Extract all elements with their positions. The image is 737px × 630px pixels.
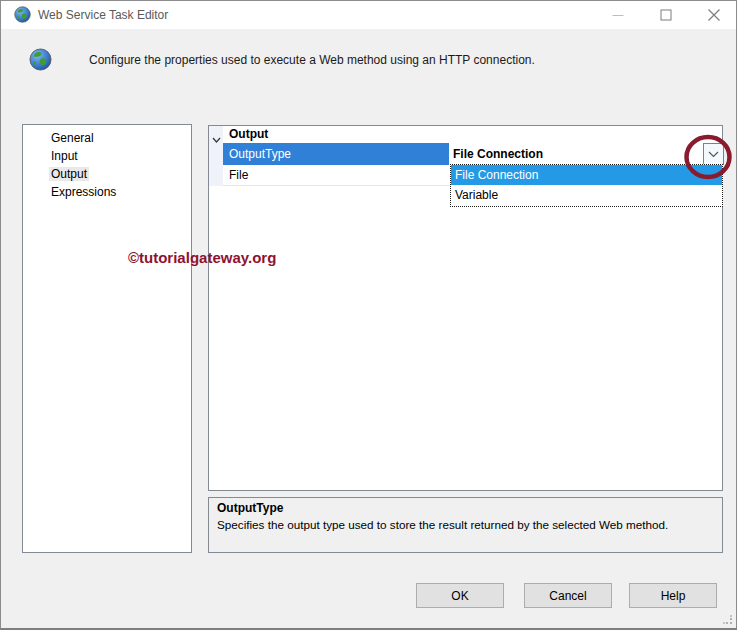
property-value[interactable]: File Connection	[449, 143, 722, 165]
chevron-down-icon	[708, 151, 719, 158]
property-name[interactable]: OutputType	[223, 143, 449, 165]
help-property-description: Specifies the output type used to store …	[217, 518, 714, 531]
sidebar-item-label: Output	[49, 167, 89, 181]
dropdown-option-variable[interactable]: Variable	[451, 185, 722, 205]
property-group-output[interactable]: Output	[209, 126, 722, 143]
resize-grip-icon[interactable]	[723, 615, 733, 625]
dropdown-list: File Connection Variable	[450, 164, 723, 207]
sidebar-item-expressions[interactable]: Expressions	[23, 183, 191, 201]
sidebar-item-input[interactable]: Input	[23, 147, 191, 165]
property-name[interactable]: File	[223, 165, 449, 185]
property-row-outputtype[interactable]: OutputType File Connection	[223, 143, 722, 165]
cancel-button[interactable]: Cancel	[524, 583, 612, 608]
chevron-down-icon[interactable]	[212, 130, 221, 148]
dialog-description: Configure the properties used to execute…	[89, 53, 535, 67]
titlebar: Web Service Task Editor	[1, 1, 736, 29]
dropdown-button[interactable]	[703, 143, 724, 165]
close-button[interactable]	[697, 1, 731, 29]
property-help-panel: OutputType Specifies the output type use…	[208, 497, 723, 553]
minimize-button[interactable]	[601, 1, 635, 29]
dropdown-option-file-connection[interactable]: File Connection	[451, 165, 722, 185]
sidebar-item-general[interactable]: General	[23, 129, 191, 147]
web-service-task-editor-dialog: Web Service Task Editor Configure the pr…	[0, 0, 737, 630]
watermark: ©tutorialgateway.org	[128, 249, 276, 266]
globe-icon	[29, 48, 52, 71]
window-title: Web Service Task Editor	[38, 1, 168, 29]
sidebar-item-label: Input	[49, 149, 80, 163]
group-label: Output	[229, 127, 268, 141]
globe-icon	[14, 6, 31, 23]
sidebar-item-label: General	[49, 131, 96, 145]
help-property-name: OutputType	[217, 501, 714, 515]
sidebar-item-output[interactable]: Output	[23, 165, 191, 183]
help-button[interactable]: Help	[629, 583, 717, 608]
sidebar-item-label: Expressions	[49, 185, 118, 199]
page-list: General Input Output Expressions	[22, 124, 192, 553]
maximize-button[interactable]	[649, 1, 683, 29]
ok-button[interactable]: OK	[416, 583, 504, 608]
